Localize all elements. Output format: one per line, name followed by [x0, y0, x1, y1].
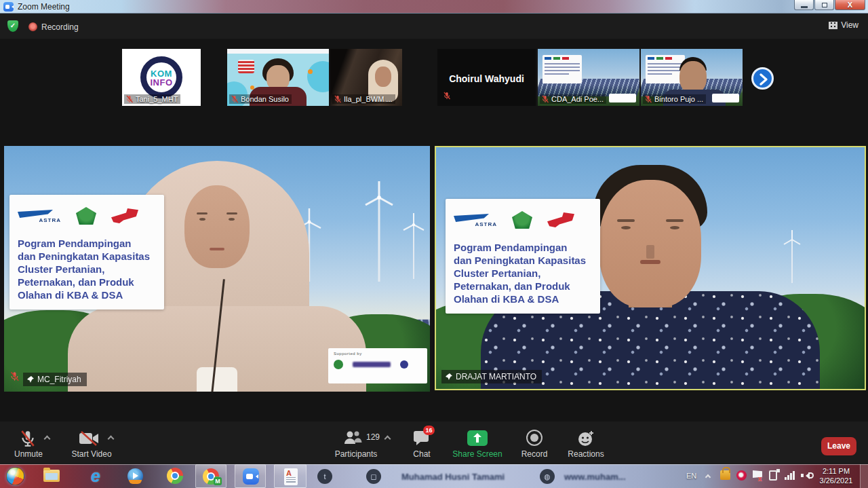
slide-logo-row: ASTRA: [18, 204, 157, 227]
muted-mic-icon: [541, 95, 549, 103]
video-thumbnail-bintoro[interactable]: Bintoro Pujo ...: [641, 49, 743, 106]
volume-icon[interactable]: [801, 471, 812, 480]
slide-card: ASTRA Pogram Pendampingan dan Peningkata…: [9, 195, 164, 309]
astra-wordmark: ASTRA: [475, 221, 497, 227]
mini-red-logo: [665, 57, 672, 60]
participant-name: Ila_pl_BWM ...: [344, 95, 393, 103]
show-desktop-button[interactable]: [860, 464, 868, 488]
slide-line: Olahan di KBA & DSA: [454, 293, 593, 305]
participants-label: Participants: [326, 449, 387, 459]
muted-mic-icon: [231, 95, 239, 103]
speaker-name-label: DRAJAT MARTIANTO: [441, 370, 542, 383]
main-video-drajat-martianto[interactable]: ASTRA Pogram Pendampingan dan Peningkata…: [435, 146, 866, 390]
language-indicator[interactable]: EN: [686, 472, 696, 480]
tray-security-icon[interactable]: [720, 470, 730, 480]
tray-device-icon[interactable]: [769, 470, 777, 481]
slide-line: Peternakan, dan Produk: [454, 280, 593, 293]
start-button[interactable]: [6, 467, 24, 485]
meeting-toolbar: Unmute Start Video 129 Participants: [0, 421, 868, 464]
watermark-box: [712, 94, 739, 102]
restore-icon: [822, 3, 827, 7]
document-icon: [284, 468, 298, 485]
red-logo: [547, 212, 574, 227]
unmute-options-caret[interactable]: [44, 436, 51, 443]
taskbar-clock[interactable]: 2:11 PM 3/26/2021: [816, 466, 856, 485]
next-page-arrow-button[interactable]: [751, 67, 774, 90]
green-logo: [512, 211, 532, 229]
participants-button[interactable]: [343, 430, 362, 449]
video-thumbnail-choirul[interactable]: Choirul Wahyudi: [437, 49, 536, 106]
mini-astra-logo: [545, 57, 551, 60]
close-button[interactable]: X: [835, 0, 865, 10]
globe-icon: ◍: [540, 469, 555, 484]
record-button[interactable]: [526, 430, 542, 446]
video-thumbnail-ila[interactable]: Ila_pl_BWM ...: [330, 49, 402, 106]
network-signal-icon[interactable]: [785, 471, 796, 480]
main-video-mc-fitriyah[interactable]: ASTRA Pogram Pendampingan dan Peningkata…: [4, 146, 430, 392]
participant-name: Tani_5_MHT: [136, 95, 178, 103]
mini-slide-card: [542, 55, 582, 83]
instagram-icon: ◻: [366, 469, 381, 484]
gallery-view-icon: [829, 22, 837, 29]
kominfo-text-bottom: INFO: [150, 77, 172, 88]
video-thumbnail-bondan[interactable]: Bondan Susilo: [227, 49, 329, 106]
mini-green-logo: [553, 57, 560, 60]
media-player-icon[interactable]: [127, 468, 143, 484]
wind-turbine: [782, 229, 802, 286]
unmute-button[interactable]: [19, 430, 37, 450]
chrome-icon[interactable]: [167, 468, 183, 484]
video-thumbnail-tani[interactable]: KOM INFO Tani_5_MHT: [122, 49, 201, 106]
meeting-top-bar: ✓ Recording View: [0, 14, 868, 39]
chrome-window-button[interactable]: M: [195, 464, 226, 488]
reactions-button[interactable]: [577, 430, 595, 450]
video-options-caret[interactable]: [108, 436, 115, 443]
slide-line: Cluster Pertanian,: [454, 267, 593, 280]
astra-wordmark: ASTRA: [39, 217, 61, 223]
red-logo: [111, 208, 138, 223]
minimize-button[interactable]: [794, 0, 814, 10]
view-label: View: [841, 20, 859, 30]
participant-name: Choirul Wahyudi: [437, 73, 536, 84]
share-screen-icon: [467, 430, 488, 446]
share-screen-button[interactable]: [467, 430, 488, 446]
zoom-taskbar-button[interactable]: [235, 464, 266, 488]
video-thumbnail-cda[interactable]: CDA_Adi Poe...: [538, 49, 639, 106]
participant-name: Bondan Susilo: [241, 95, 289, 103]
astra-logo: ASTRA: [454, 212, 497, 227]
tray-antivirus-icon[interactable]: [736, 470, 747, 481]
participant-name-label: Tani_5_MHT: [124, 94, 180, 104]
participants-caret[interactable]: [384, 436, 391, 443]
muted-mic-icon: [443, 90, 451, 102]
video-off-icon: [79, 431, 99, 446]
document-taskbar-button[interactable]: [274, 464, 307, 488]
background-blob: [307, 61, 329, 92]
view-button[interactable]: View: [829, 20, 859, 30]
wind-turbine: [401, 211, 426, 282]
zoom-app-icon: [243, 468, 259, 485]
speaker-name-label: MC_Fitriyah: [23, 373, 87, 386]
restore-button[interactable]: [814, 0, 834, 10]
internet-explorer-icon[interactable]: e: [87, 467, 104, 485]
start-video-button[interactable]: [79, 431, 99, 449]
participant-name: Bintoro Pujo ...: [654, 95, 703, 103]
leave-button[interactable]: Leave: [821, 437, 856, 455]
speaker-name: MC_Fitriyah: [37, 375, 81, 384]
title-bar: Zoom Meeting X: [0, 0, 868, 14]
recording-indicator: Recording: [41, 22, 79, 32]
action-center-alert-x: x: [758, 475, 762, 483]
participant-name-label: CDA_Adi Poe...: [540, 94, 606, 104]
share-screen-label: Share Screen: [448, 449, 507, 459]
participant-name: CDA_Adi Poe...: [551, 95, 604, 103]
slide-line: dan Peningkatan Kapasitas: [18, 250, 157, 263]
participant-face: [679, 61, 707, 94]
file-explorer-icon[interactable]: [43, 470, 60, 482]
slide-logo-row: ASTRA: [454, 208, 593, 231]
slide-line: Olahan di KBA & DSA: [18, 288, 157, 301]
security-shield-icon[interactable]: ✓: [7, 20, 18, 32]
chevron-right-icon: [760, 73, 768, 86]
tray-expand-caret[interactable]: [705, 474, 711, 480]
participant-name-label: Bintoro Pujo ...: [643, 94, 706, 104]
wallpaper-text: Muhamad Husni Tamami: [401, 472, 505, 482]
twitter-icon: t: [317, 469, 332, 484]
chat-label: Chat: [401, 449, 442, 459]
